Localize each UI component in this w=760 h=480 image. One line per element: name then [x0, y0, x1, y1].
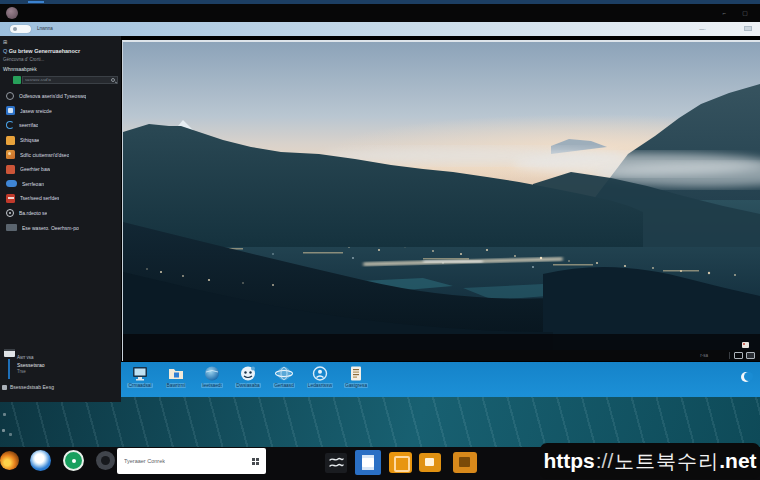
titlebar-restore-icon[interactable]: ▢ — [742, 10, 748, 16]
panel-search-row: sasrasv-ssd'w — [13, 75, 118, 84]
camera-app-icon[interactable] — [96, 451, 115, 470]
desktop-speck — [3, 413, 6, 416]
watermark-badge: https://노트북수리.net — [540, 443, 760, 479]
host-wallpaper — [0, 397, 760, 447]
panel-search-placeholder: sasrasv-ssd'w — [25, 77, 51, 82]
folder-icon — [166, 365, 186, 382]
app-red-orange-icon — [6, 165, 15, 174]
title-bar: ⌐ ▢ — [0, 4, 760, 22]
desktop-icon-row: Crmaadsal Bawrtrml Ieetsaedt Dwsiasaba G… — [122, 362, 374, 388]
vm-taskbar: r-sa — [123, 350, 760, 361]
document-icon — [346, 365, 366, 382]
toolbar-tab-label[interactable]: Lnwnna — [37, 26, 53, 31]
menu-item[interactable]: Odfesova aseris'did Tyseoswq — [0, 89, 121, 104]
desktop-speck — [9, 433, 12, 436]
toolbar: Lnwnna —· — [0, 22, 760, 36]
taskbar-search-input[interactable]: Tyeraaer Conrek — [117, 448, 266, 474]
watermark-https: https — [543, 449, 594, 473]
person-swirl-icon — [310, 365, 330, 382]
mascot-icon — [238, 365, 258, 382]
keyboard-grid-icon[interactable] — [252, 458, 259, 465]
menu-item[interactable]: Ese wasero. Oeerhsm-po — [0, 220, 121, 235]
settings-gear-icon — [6, 209, 14, 217]
windows-icon[interactable]: ⊞ — [3, 39, 7, 45]
wallpaper-image — [123, 42, 760, 350]
panel-search-input[interactable]: sasrasv-ssd'w — [22, 76, 118, 84]
pill-blue-icon — [6, 180, 17, 187]
desktop-icon-document[interactable]: Gastgresa — [338, 362, 374, 388]
tab-indicator — [28, 1, 44, 3]
titlebar-minimize-icon[interactable]: ⌐ — [722, 10, 726, 16]
footer-bottom-label[interactable]: Bsessedstsab Eesg — [10, 384, 54, 390]
menu-item[interactable]: Sthiqsae — [0, 133, 121, 148]
crescent-icon — [6, 121, 14, 129]
browser-firefox-icon[interactable] — [0, 451, 19, 470]
menu-item[interactable]: Tser/seed serfdes — [0, 191, 121, 206]
monitor-icon — [130, 365, 150, 382]
vm-tray-icon[interactable] — [734, 352, 743, 359]
menu-item[interactable]: seerrifao — [0, 118, 121, 133]
outlook-app-icon[interactable] — [453, 452, 477, 473]
app-orange-icon — [6, 136, 15, 145]
pinned-window-icon[interactable] — [4, 349, 15, 357]
menu-item[interactable]: Serrfeoan — [0, 177, 121, 192]
screen: ⌐ ▢ Lnwnna —· ⊞ Q Gu brtew Generruaehano… — [0, 0, 760, 480]
watermark-tld: .net — [719, 449, 756, 473]
user-icon — [6, 92, 14, 100]
keyboard-icon — [6, 224, 17, 231]
app-menu-list: Odfesova aseris'did Tyseoswq Jasew sreic… — [0, 89, 121, 235]
globe-ring-icon — [274, 365, 294, 382]
watermark-site-korean: 노트북수리 — [614, 448, 719, 475]
footer-accent — [8, 359, 10, 379]
wallpaper-streaks — [0, 397, 760, 447]
start-menu-panel: ⊞ Q Gu brtew Generruaehanocr Géncovna d'… — [0, 36, 121, 402]
vm-tray-text: r-sa — [700, 353, 708, 358]
footer-line-1: Asrr vsa — [17, 355, 34, 360]
app-amber-icon — [6, 150, 15, 159]
menu-item[interactable]: Ba.rdeoto se — [0, 206, 121, 221]
app-green-icon[interactable] — [63, 450, 84, 471]
account-icon: Q — [3, 48, 7, 54]
toolbar-right-button[interactable] — [744, 26, 752, 31]
app-blue-icon — [6, 106, 15, 115]
desktop-speck — [2, 429, 5, 432]
desktop-icon-monitor[interactable]: Crmaadsal — [122, 362, 158, 388]
menu-item[interactable]: Geerhter baw — [0, 162, 121, 177]
word-app-icon[interactable] — [355, 450, 381, 475]
vm-tray-divider — [729, 352, 730, 359]
watermark-separator: :// — [596, 449, 614, 473]
office-app-icon[interactable] — [419, 453, 441, 472]
menu-item[interactable]: Jasew sreicde — [0, 104, 121, 119]
footer-line-2[interactable]: Ssessetsrao — [17, 362, 45, 368]
moon-icon[interactable] — [741, 372, 751, 382]
powerpoint-app-icon[interactable] — [389, 452, 412, 473]
account-header: Q Gu brtew Generruaehanocr — [3, 48, 80, 54]
account-subtext: Géncovna d' Crorti... — [3, 57, 44, 62]
desktop-icon-folder[interactable]: Bawrtrml — [158, 362, 194, 388]
wallpaper-logo-icon — [742, 342, 749, 348]
globe-sphere-icon — [202, 365, 222, 382]
footer-app-icon[interactable] — [2, 385, 7, 390]
desktop-icon-mascot[interactable]: Dwsiasaba — [230, 362, 266, 388]
desktop-icon-contacts[interactable]: Ledasrtssw — [302, 362, 338, 388]
search-placeholder: Tyeraaer Conrek — [124, 458, 165, 464]
app-logo-icon — [6, 7, 18, 19]
toggle-pill[interactable] — [10, 25, 31, 33]
menu-item[interactable]: Sdfic ciuttemsri'd'dseo — [0, 147, 121, 162]
toolbar-right-control[interactable]: —· — [699, 26, 706, 32]
search-icon[interactable] — [111, 78, 115, 82]
notes-app-icon[interactable] — [325, 453, 347, 473]
vm-tray-notifications-icon[interactable] — [746, 352, 755, 359]
desktop-icon-bar: Crmaadsal Bawrtrml Ieetsaedt Dwsiasaba G… — [120, 362, 760, 397]
desktop-icon-network[interactable]: Gertaasd — [266, 362, 302, 388]
desktop-icon-browser[interactable]: Ieetsaedt — [194, 362, 230, 388]
footer-line-3: Trse — [17, 369, 26, 374]
panel-section-title: Whnnsaabprèk — [3, 66, 37, 72]
app-red-icon — [6, 194, 15, 203]
store-icon[interactable] — [13, 76, 21, 84]
remote-desktop-viewport[interactable]: r-sa — [122, 40, 760, 361]
browser-edge-icon[interactable] — [30, 450, 51, 471]
